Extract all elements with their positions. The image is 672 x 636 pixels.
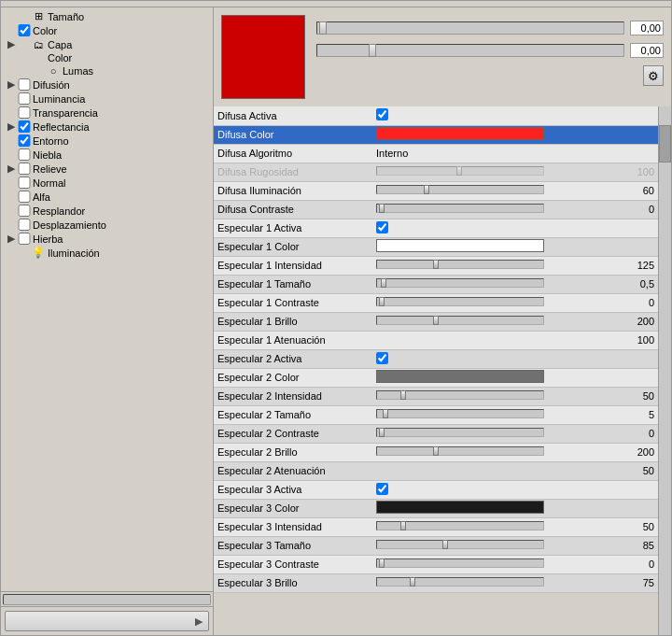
prop-slider-thumb[interactable] bbox=[433, 446, 439, 456]
prop-slider[interactable] bbox=[376, 166, 544, 176]
table-row[interactable]: Especular 2 Brillo200 bbox=[214, 443, 658, 461]
tree-item-alfa[interactable]: Alfa bbox=[1, 190, 213, 204]
desplazamiento-thumb[interactable] bbox=[319, 21, 327, 35]
tree-item-luminancia[interactable]: Luminancia bbox=[1, 92, 213, 106]
table-row[interactable]: Difusa Rugosidad100 bbox=[214, 163, 658, 181]
expand-icon-difusion[interactable]: ▶ bbox=[5, 78, 18, 91]
prop-slider-thumb[interactable] bbox=[379, 428, 385, 437]
tree-item-tamano[interactable]: ⊞Tamaño bbox=[1, 9, 213, 23]
table-row[interactable]: Especular 3 Intensidad50 bbox=[214, 517, 658, 536]
prop-slider[interactable] bbox=[376, 409, 544, 418]
prop-slider[interactable] bbox=[376, 577, 544, 587]
prop-slider-thumb[interactable] bbox=[381, 278, 386, 288]
prop-slider[interactable] bbox=[376, 540, 544, 549]
checkbox-entorno[interactable] bbox=[18, 134, 31, 147]
tree-item-difusion[interactable]: ▶Difusión bbox=[1, 78, 213, 92]
tree-item-color2[interactable]: Color bbox=[1, 51, 213, 64]
prop-slider[interactable] bbox=[376, 278, 544, 288]
checkbox-luminancia[interactable] bbox=[18, 92, 31, 105]
prop-slider[interactable] bbox=[376, 297, 544, 306]
prop-slider-thumb[interactable] bbox=[424, 185, 429, 194]
prop-slider-thumb[interactable] bbox=[433, 316, 439, 325]
prop-checkbox[interactable] bbox=[376, 352, 388, 364]
table-row[interactable]: Especular 1 Contraste0 bbox=[214, 293, 658, 312]
tree-item-color[interactable]: Color bbox=[1, 23, 213, 37]
expand-icon-reflectancia[interactable]: ▶ bbox=[5, 120, 18, 133]
table-row[interactable]: Especular 3 Activa bbox=[214, 480, 658, 499]
properties-table-container[interactable]: Difusa ActivaDifusa ColorDifusa Algoritm… bbox=[214, 106, 658, 635]
table-row[interactable]: Especular 3 Color bbox=[214, 499, 658, 517]
prop-slider-thumb[interactable] bbox=[442, 540, 448, 549]
prop-slider-thumb[interactable] bbox=[383, 409, 388, 418]
checkbox-desplazamiento[interactable] bbox=[18, 219, 31, 231]
table-row[interactable]: Difusa Activa bbox=[214, 106, 658, 125]
table-row[interactable]: Especular 1 Atenuación100 bbox=[214, 331, 658, 349]
tree-item-resplandor[interactable]: Resplandor bbox=[1, 204, 213, 218]
escala-value[interactable] bbox=[630, 43, 664, 58]
tree-item-reflectancia[interactable]: ▶Reflectancia bbox=[1, 120, 213, 134]
tree-item-capa[interactable]: ▶🗂Capa bbox=[1, 37, 213, 51]
table-row[interactable]: Especular 1 Color bbox=[214, 237, 658, 256]
scrollbar-thumb[interactable] bbox=[659, 125, 671, 163]
prop-checkbox[interactable] bbox=[376, 108, 388, 120]
table-row[interactable]: Especular 3 Contraste0 bbox=[214, 555, 658, 573]
prop-slider[interactable] bbox=[376, 521, 544, 530]
prop-slider[interactable] bbox=[376, 316, 544, 325]
prop-slider-thumb[interactable] bbox=[400, 521, 406, 530]
prop-slider-thumb[interactable] bbox=[379, 204, 385, 213]
prop-slider-thumb[interactable] bbox=[379, 558, 385, 568]
prop-slider[interactable] bbox=[376, 446, 544, 456]
prop-color-swatch[interactable] bbox=[376, 239, 544, 252]
prop-checkbox[interactable] bbox=[376, 221, 388, 233]
table-row[interactable]: Especular 1 Activa bbox=[214, 219, 658, 237]
prop-slider-thumb[interactable] bbox=[456, 166, 462, 176]
table-row[interactable]: Especular 1 Intensidad125 bbox=[214, 256, 658, 275]
checkbox-alfa[interactable] bbox=[18, 191, 31, 203]
checkbox-relieve[interactable] bbox=[18, 163, 31, 175]
prop-slider-thumb[interactable] bbox=[379, 297, 385, 306]
tree-item-lumas[interactable]: ○Lumas bbox=[1, 64, 213, 78]
table-row[interactable]: Especular 3 Tamaño85 bbox=[214, 536, 658, 555]
prop-slider[interactable] bbox=[376, 428, 544, 437]
table-row[interactable]: Especular 3 Brillo75 bbox=[214, 573, 658, 592]
checkbox-difusion[interactable] bbox=[18, 78, 31, 91]
table-row[interactable]: Especular 1 Brillo200 bbox=[214, 312, 658, 331]
desplazamiento-slider[interactable] bbox=[316, 21, 624, 35]
prop-slider-thumb[interactable] bbox=[433, 260, 439, 269]
tree-item-hierba[interactable]: ▶Hierba bbox=[1, 232, 213, 246]
table-row[interactable]: Especular 2 Tamaño5 bbox=[214, 405, 658, 424]
prop-slider[interactable] bbox=[376, 185, 544, 194]
prop-checkbox[interactable] bbox=[376, 483, 388, 495]
tree-item-normal[interactable]: Normal bbox=[1, 176, 213, 190]
settings-button[interactable]: ⚙ bbox=[643, 65, 664, 86]
checkbox-hierba[interactable] bbox=[18, 233, 31, 245]
checkbox-reflectancia[interactable] bbox=[18, 120, 31, 133]
tree-item-transparencia[interactable]: Transparencia bbox=[1, 106, 213, 120]
checkbox-transparencia[interactable] bbox=[18, 106, 31, 119]
table-row[interactable]: Difusa Contraste0 bbox=[214, 200, 658, 219]
prop-slider[interactable] bbox=[376, 390, 544, 400]
table-row[interactable]: Especular 2 Intensidad50 bbox=[214, 387, 658, 405]
table-row[interactable]: Especular 2 Contraste0 bbox=[214, 424, 658, 443]
prop-color-swatch[interactable] bbox=[376, 127, 544, 140]
prop-color-swatch[interactable] bbox=[376, 501, 544, 514]
tree-item-niebla[interactable]: Niebla bbox=[1, 148, 213, 162]
expand-icon-hierba[interactable]: ▶ bbox=[5, 233, 18, 245]
tree-item-relieve[interactable]: ▶Relieve bbox=[1, 162, 213, 176]
checkbox-niebla[interactable] bbox=[18, 148, 31, 161]
table-row[interactable]: Difusa Color bbox=[214, 125, 658, 144]
tree-item-entorno[interactable]: Entorno bbox=[1, 134, 213, 148]
prop-slider[interactable] bbox=[376, 260, 544, 269]
prop-color-swatch[interactable] bbox=[376, 370, 544, 383]
table-row[interactable]: Difusa Iluminación60 bbox=[214, 181, 658, 200]
checkbox-color[interactable] bbox=[18, 24, 31, 36]
table-row[interactable]: Especular 1 Tamaño0,5 bbox=[214, 275, 658, 293]
prop-slider[interactable] bbox=[376, 558, 544, 568]
escala-thumb[interactable] bbox=[369, 44, 376, 57]
vertical-scrollbar[interactable] bbox=[658, 106, 671, 635]
tree-item-desplazamiento[interactable]: Desplazamiento bbox=[1, 218, 213, 232]
prop-slider-thumb[interactable] bbox=[400, 390, 406, 400]
checkbox-normal[interactable] bbox=[18, 177, 31, 189]
horizontal-scrollbar[interactable] bbox=[3, 594, 211, 605]
prop-slider-thumb[interactable] bbox=[410, 577, 415, 587]
